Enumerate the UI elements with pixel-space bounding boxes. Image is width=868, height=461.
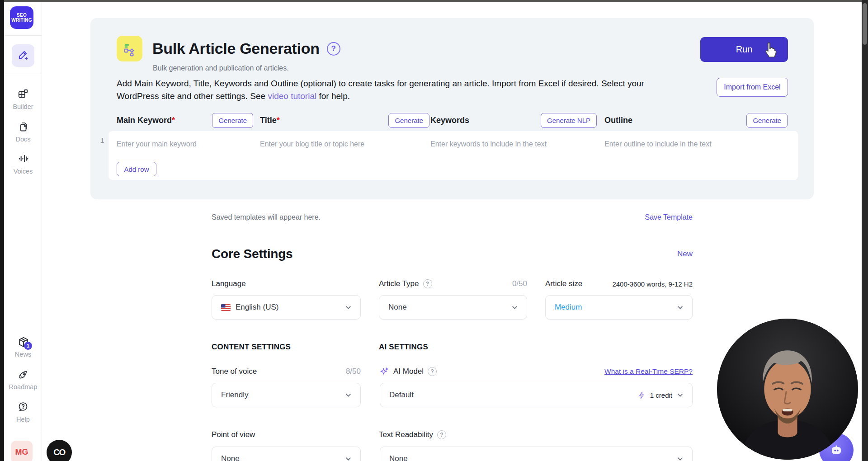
tone-of-voice-label: Tone of voice — [212, 367, 257, 376]
credit-cost: 1 credit — [650, 391, 672, 399]
sidebar-item-help[interactable]: Help — [4, 401, 42, 423]
language-value-wrap: English (US) — [221, 303, 278, 312]
page-title: Bulk Article Generation — [152, 40, 320, 57]
article-type-help-icon[interactable]: ? — [423, 279, 432, 288]
text-readability-label-row: Text Readability ? — [379, 429, 693, 440]
us-flag-icon — [221, 304, 231, 311]
page-scrollbar[interactable] — [862, 0, 868, 461]
ai-model-help-icon[interactable]: ? — [428, 367, 437, 376]
templates-row: Saved templates will appear here. Save T… — [212, 213, 693, 221]
language-value: English (US) — [236, 303, 278, 312]
sidebar-item-roadmap[interactable]: Roadmap — [4, 368, 42, 390]
point-of-view-dropdown[interactable]: None — [212, 447, 361, 461]
realtime-serp-link[interactable]: What is a Real-Time SERP? — [604, 367, 693, 376]
text-readability-label: Text Readability — [379, 430, 433, 439]
column-label: Main Keyword* — [117, 116, 175, 125]
ai-model-label: AI Model — [393, 367, 424, 376]
sidebar-item-label: Builder — [13, 103, 33, 110]
sidebar-item-builder[interactable]: Builder — [4, 88, 42, 110]
voices-waveform-icon — [17, 153, 29, 165]
user-avatar[interactable]: MG — [11, 441, 33, 461]
pencil-plus-icon — [17, 49, 29, 62]
task-row: Add row — [108, 131, 798, 180]
recorder-badge[interactable]: CO — [47, 440, 72, 461]
outline-input[interactable] — [604, 137, 783, 151]
generate-title-button[interactable]: Generate — [388, 113, 429, 128]
chevron-down-icon — [676, 304, 684, 311]
news-badge: 1 — [24, 342, 32, 350]
article-type-dropdown[interactable]: None — [379, 295, 527, 320]
description-before: Add Main Keyword, Title, Keywords and Ou… — [117, 79, 644, 101]
generate-outline-button[interactable]: Generate — [746, 113, 788, 128]
recorder-label: CO — [53, 447, 65, 457]
article-size-value: Medium — [555, 303, 582, 312]
point-of-view-label-row: Point of view — [212, 429, 361, 440]
sidebar-item-docs[interactable]: Docs — [4, 121, 42, 143]
chat-widget-face-icon — [829, 442, 844, 458]
sidebar-item-label: Roadmap — [9, 383, 38, 390]
chevron-down-icon — [511, 304, 519, 311]
article-type-counter: 0/50 — [512, 279, 527, 288]
article-size-dropdown[interactable]: Medium — [545, 295, 693, 320]
content-settings-heading: CONTENT SETTINGS — [212, 343, 291, 352]
import-from-excel-button[interactable]: Import from Excel — [717, 78, 788, 97]
sidebar-item-news[interactable]: 1 News — [4, 336, 42, 358]
ai-model-right: 1 credit — [637, 391, 684, 400]
new-link[interactable]: New — [677, 249, 693, 259]
language-dropdown[interactable]: English (US) — [212, 295, 361, 320]
article-size-label: Article size — [545, 279, 582, 288]
title-input[interactable] — [260, 137, 423, 151]
article-type-label-wrap: Article Type ? — [379, 279, 432, 288]
app-root: SEO WRITING Builder — [0, 0, 868, 461]
article-type-value: None — [388, 303, 407, 312]
sidebar: SEO WRITING Builder — [4, 2, 42, 461]
logo-line1: SEO — [17, 13, 27, 18]
text-readability-dropdown[interactable]: None — [380, 447, 693, 461]
core-settings-header: Core Settings New — [212, 247, 693, 261]
ai-model-dropdown[interactable]: Default 1 credit — [380, 383, 693, 407]
keywords-input[interactable] — [430, 137, 597, 151]
webcam-overlay[interactable] — [717, 319, 858, 460]
builder-icon — [17, 88, 29, 100]
save-template-link[interactable]: Save Template — [645, 213, 693, 221]
avatar-initials: MG — [15, 447, 28, 457]
row-number: 1 — [100, 136, 104, 144]
tone-of-voice-label-row: Tone of voice 8/50 — [212, 366, 361, 377]
video-tutorial-link[interactable]: video tutorial — [268, 91, 316, 101]
core-settings-title: Core Settings — [212, 247, 292, 261]
point-of-view-value: None — [221, 454, 240, 461]
text-readability-value: None — [389, 454, 408, 461]
add-row-button[interactable]: Add row — [117, 162, 156, 176]
sidebar-divider — [4, 35, 42, 36]
ai-model-value: Default — [389, 390, 414, 400]
column-header-keywords: Keywords Generate NLP — [430, 112, 604, 128]
ai-settings-heading: AI SETTINGS — [379, 343, 428, 352]
sidebar-item-label: News — [15, 351, 31, 358]
generate-keyword-button[interactable]: Generate — [212, 113, 253, 128]
sidebar-item-voices[interactable]: Voices — [4, 153, 42, 175]
chevron-down-icon — [676, 391, 684, 399]
chevron-down-icon — [344, 391, 352, 399]
presenter-portrait — [717, 319, 858, 460]
description-after: for help. — [316, 91, 350, 101]
title-help-icon[interactable]: ? — [327, 42, 340, 56]
column-label: Keywords — [430, 116, 469, 125]
required-asterisk: * — [277, 116, 280, 125]
sidebar-divider — [4, 431, 42, 431]
frame-left-edge — [0, 0, 4, 461]
tone-of-voice-dropdown[interactable]: Friendly — [212, 383, 361, 407]
article-size-label-row: Article size 2400-3600 words, 9-12 H2 — [545, 278, 693, 289]
text-readability-help-icon[interactable]: ? — [437, 430, 446, 439]
tone-of-voice-value: Friendly — [221, 390, 248, 400]
scrollbar-thumb[interactable] — [863, 3, 867, 45]
generate-nlp-button[interactable]: Generate NLP — [541, 113, 597, 128]
column-label: Outline — [604, 116, 632, 125]
column-label: Title* — [260, 116, 280, 125]
column-header-main-keyword: Main Keyword* Generate — [117, 112, 260, 128]
seowriting-logo[interactable]: SEO WRITING — [10, 6, 33, 29]
main-keyword-input[interactable] — [117, 137, 252, 151]
news-box-icon: 1 — [17, 336, 29, 348]
sidebar-item-write-active[interactable] — [12, 44, 34, 67]
tone-of-voice-counter: 8/50 — [346, 367, 361, 376]
mouse-cursor-hand-icon — [763, 42, 778, 61]
